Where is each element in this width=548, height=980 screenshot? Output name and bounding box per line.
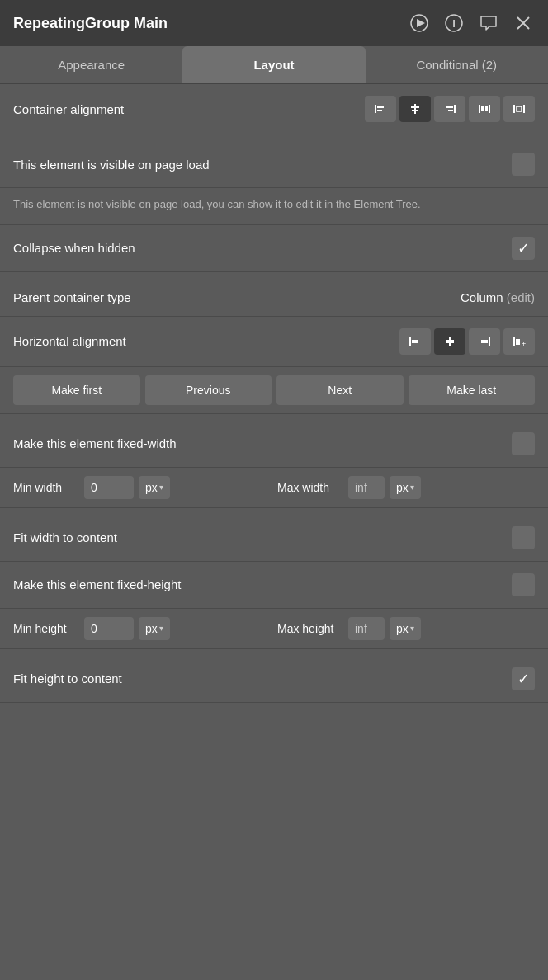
info-block: This element is not visible on page load… bbox=[0, 188, 548, 225]
parent-container-label: Parent container type bbox=[13, 290, 131, 304]
max-height-unit[interactable]: px ▾ bbox=[390, 617, 421, 640]
close-icon[interactable] bbox=[512, 12, 535, 35]
collapse-when-hidden-toggle[interactable]: ✓ bbox=[512, 237, 535, 260]
fit-width-toggle[interactable] bbox=[512, 526, 535, 549]
tab-appearance[interactable]: Appearance bbox=[0, 46, 182, 83]
svg-text:+: + bbox=[522, 340, 526, 348]
checkmark-icon: ✓ bbox=[517, 239, 530, 257]
svg-rect-14 bbox=[448, 110, 453, 111]
tab-layout[interactable]: Layout bbox=[182, 46, 365, 83]
svg-rect-22 bbox=[409, 337, 411, 346]
max-width-pair: Max width inf px ▾ bbox=[277, 476, 535, 499]
min-height-pair: Min height px ▾ bbox=[13, 617, 271, 640]
svg-rect-13 bbox=[446, 106, 453, 108]
nav-buttons: Make first Previous Next Make last bbox=[0, 367, 548, 414]
horiz-align-center-btn[interactable] bbox=[434, 328, 465, 355]
fit-height-toggle[interactable]: ✓ bbox=[512, 667, 535, 690]
horizontal-alignment-label: Horizontal alignment bbox=[13, 334, 126, 348]
spacer-2 bbox=[0, 272, 548, 279]
previous-button[interactable]: Previous bbox=[145, 375, 272, 405]
collapse-when-hidden-row: Collapse when hidden ✓ bbox=[0, 225, 548, 272]
header: RepeatingGroup Main i bbox=[0, 0, 548, 46]
svg-rect-10 bbox=[411, 106, 419, 108]
svg-rect-16 bbox=[489, 105, 490, 113]
svg-marker-1 bbox=[417, 19, 425, 27]
max-width-label: Max width bbox=[277, 481, 343, 494]
container-alignment-row: Container alignment bbox=[0, 84, 548, 134]
make-last-button[interactable]: Make last bbox=[409, 375, 536, 405]
parent-container-row: Parent container type Column (edit) bbox=[0, 279, 548, 317]
fit-width-label: Fit width to content bbox=[13, 530, 117, 544]
svg-rect-7 bbox=[377, 106, 384, 108]
fixed-width-label: Make this element fixed-width bbox=[13, 436, 177, 450]
window-title: RepeatingGroup Main bbox=[13, 15, 168, 32]
spacer-3 bbox=[0, 414, 548, 421]
parent-container-edit[interactable]: (edit) bbox=[507, 290, 535, 304]
spacer-4 bbox=[0, 508, 548, 515]
info-icon[interactable]: i bbox=[442, 12, 465, 35]
min-width-unit[interactable]: px ▾ bbox=[139, 476, 170, 499]
svg-rect-26 bbox=[489, 337, 490, 346]
svg-rect-19 bbox=[513, 105, 515, 113]
chat-icon[interactable] bbox=[477, 12, 500, 35]
tab-conditional[interactable]: Conditional (2) bbox=[366, 46, 548, 83]
min-width-label: Min width bbox=[13, 481, 79, 494]
svg-rect-20 bbox=[523, 105, 525, 113]
svg-rect-17 bbox=[481, 106, 484, 111]
svg-rect-27 bbox=[481, 340, 488, 343]
fit-height-checkmark-icon: ✓ bbox=[517, 670, 530, 688]
spacer-1 bbox=[0, 134, 548, 141]
svg-rect-18 bbox=[485, 106, 488, 111]
svg-rect-28 bbox=[513, 337, 515, 346]
svg-rect-23 bbox=[412, 340, 418, 343]
min-height-unit-arrow: ▾ bbox=[159, 624, 163, 633]
visible-on-load-toggle[interactable] bbox=[512, 153, 535, 176]
svg-text:i: i bbox=[452, 17, 456, 30]
horiz-align-left-btn[interactable] bbox=[399, 328, 431, 355]
horiz-align-right-btn[interactable] bbox=[469, 328, 500, 355]
horiz-align-extra-btn[interactable]: + bbox=[503, 328, 535, 355]
max-width-unit[interactable]: px ▾ bbox=[390, 476, 421, 499]
min-height-input[interactable] bbox=[84, 617, 134, 640]
width-dimension-row: Min width px ▾ Max width inf px ▾ bbox=[0, 468, 548, 508]
height-dimension-row: Min height px ▾ Max height inf px ▾ bbox=[0, 609, 548, 649]
min-width-unit-arrow: ▾ bbox=[159, 483, 163, 492]
min-height-unit[interactable]: px ▾ bbox=[139, 617, 170, 640]
svg-rect-29 bbox=[516, 339, 520, 342]
horizontal-alignment-row: Horizontal alignment + bbox=[0, 317, 548, 367]
max-height-unit-arrow: ▾ bbox=[410, 624, 414, 633]
align-center-btn[interactable] bbox=[399, 96, 431, 122]
fit-height-label: Fit height to content bbox=[13, 671, 122, 686]
align-between-btn[interactable] bbox=[503, 96, 535, 122]
min-width-pair: Min width px ▾ bbox=[13, 476, 271, 499]
fixed-height-row: Make this element fixed-height bbox=[0, 562, 548, 609]
fixed-width-row: Make this element fixed-width bbox=[0, 421, 548, 468]
content: Container alignment This element is visi… bbox=[0, 84, 548, 703]
fixed-width-toggle[interactable] bbox=[512, 432, 535, 455]
fixed-height-toggle[interactable] bbox=[512, 573, 535, 596]
visible-on-load-label: This element is visible on page load bbox=[13, 158, 210, 172]
visible-on-load-row: This element is visible on page load bbox=[0, 141, 548, 188]
svg-rect-8 bbox=[377, 110, 382, 111]
tabs: Appearance Layout Conditional (2) bbox=[0, 46, 548, 84]
fit-width-row: Fit width to content bbox=[0, 515, 548, 562]
fixed-height-label: Make this element fixed-height bbox=[13, 577, 181, 591]
min-width-input[interactable] bbox=[84, 476, 134, 499]
max-height-pair: Max height inf px ▾ bbox=[277, 617, 535, 640]
header-icons: i bbox=[408, 12, 535, 35]
max-width-value: inf bbox=[348, 476, 385, 499]
svg-rect-25 bbox=[446, 340, 454, 343]
max-height-label: Max height bbox=[277, 622, 343, 635]
align-right-btn[interactable] bbox=[434, 96, 465, 122]
container-alignment-options bbox=[365, 96, 535, 122]
info-text: This element is not visible on page load… bbox=[13, 198, 421, 210]
container-alignment-label: Container alignment bbox=[13, 102, 124, 116]
align-spread-btn[interactable] bbox=[469, 96, 500, 122]
play-icon[interactable] bbox=[408, 12, 431, 35]
next-button[interactable]: Next bbox=[276, 375, 404, 405]
align-left-btn[interactable] bbox=[365, 96, 396, 122]
horizontal-alignment-options: + bbox=[399, 328, 535, 355]
svg-rect-12 bbox=[454, 105, 456, 113]
spacer-5 bbox=[0, 649, 548, 656]
make-first-button[interactable]: Make first bbox=[13, 375, 140, 405]
